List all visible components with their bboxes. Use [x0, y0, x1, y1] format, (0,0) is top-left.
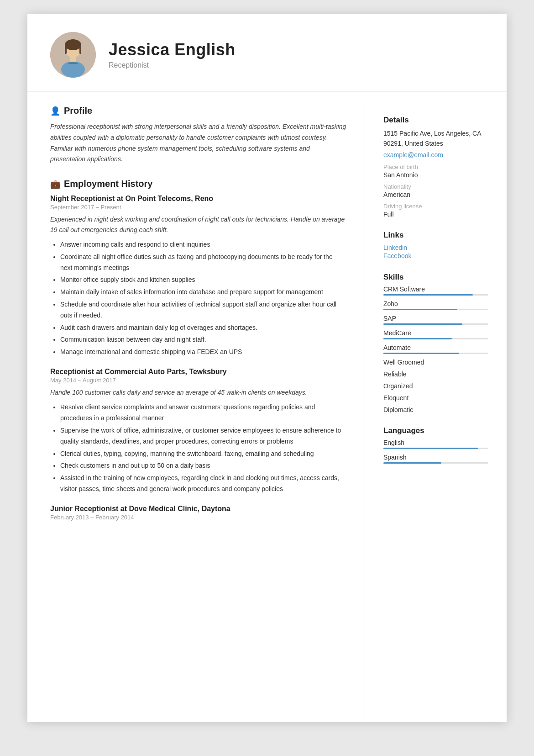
skill-name-crm: CRM Software — [383, 285, 488, 293]
skill-bar-bg — [383, 323, 488, 325]
skill-item-eloquent: Eloquent — [383, 394, 488, 402]
list-item: Communication liaison between day and ni… — [60, 334, 346, 345]
facebook-link-wrapper: Facebook — [383, 252, 488, 260]
driving-license-label: Driving license — [383, 203, 488, 210]
job-desc-2: Handle 100 customer calls daily and serv… — [50, 387, 346, 397]
skill-name-zoho: Zoho — [383, 300, 488, 307]
job-bullets-1: Answer incoming calls and respond to cli… — [50, 239, 346, 358]
lang-bar-bg — [383, 462, 488, 464]
profile-section: 👤 Profile Professional receptionist with… — [50, 106, 346, 165]
links-section: Links Linkedin Facebook — [383, 231, 488, 260]
linkedin-link[interactable]: Linkedin — [383, 244, 407, 251]
skill-bar-bg — [383, 353, 488, 354]
job-desc-1: Experienced in night desk working and co… — [50, 214, 346, 235]
job-entry-1: Night Receptionist at On Point Telecoms,… — [50, 195, 346, 358]
lang-bar-fill — [383, 462, 441, 464]
list-item: Supervise the work of office, administra… — [60, 425, 346, 447]
facebook-link[interactable]: Facebook — [383, 252, 411, 259]
job-dates-1: September 2017 – Present — [50, 204, 346, 211]
lang-bar-bg — [383, 448, 488, 449]
job-dates-3: February 2013 – February 2014 — [50, 514, 346, 521]
skill-item-organized: Organized — [383, 382, 488, 390]
list-item: Clerical duties, typing, copying, mannin… — [60, 449, 346, 460]
lang-item-spanish: Spanish — [383, 454, 488, 464]
linkedin-link-wrapper: Linkedin — [383, 243, 488, 252]
avatar — [50, 32, 96, 78]
skill-bar-bg — [383, 309, 488, 310]
skill-name-automate: Automate — [383, 344, 488, 351]
skill-bar-fill — [383, 294, 473, 296]
list-item: Maintain daily intake of sales informati… — [60, 287, 346, 298]
skill-name-medicare: MediCare — [383, 329, 488, 337]
svg-rect-3 — [65, 45, 67, 54]
skill-item-wellgroomed: Well Groomed — [383, 359, 488, 366]
lang-name-english: English — [383, 439, 488, 446]
details-title: Details — [383, 116, 488, 125]
header-text: Jessica English Receptionist — [109, 40, 236, 69]
skill-item-diplomatic: Diplomatic — [383, 406, 488, 413]
left-column: 👤 Profile Professional receptionist with… — [27, 106, 365, 722]
list-item: Schedule and coordinate after hour activ… — [60, 299, 346, 321]
driving-license-value: Full — [383, 211, 488, 218]
job-title-3: Junior Receptionist at Dove Medical Clin… — [50, 505, 346, 513]
skill-bar-bg — [383, 294, 488, 296]
skill-bar-fill — [383, 323, 462, 325]
list-item: Answer incoming calls and respond to cli… — [60, 239, 346, 250]
full-name: Jessica English — [109, 40, 236, 59]
job-dates-2: May 2014 – August 2017 — [50, 377, 346, 384]
list-item: Manage international and domestic shippi… — [60, 347, 346, 358]
job-title-header: Receptionist — [109, 61, 236, 69]
list-item: Assisted in the training of new employee… — [60, 473, 346, 495]
list-item: Check customers in and out up to 50 on a… — [60, 460, 346, 471]
job-title-1: Night Receptionist at On Point Telecoms,… — [50, 195, 346, 203]
nationality-value: American — [383, 191, 488, 198]
profile-text: Professional receptionist with strong in… — [50, 122, 346, 165]
employment-section: 💼 Employment History Night Receptionist … — [50, 179, 346, 521]
lang-bar-fill — [383, 448, 478, 449]
skill-bar-fill — [383, 309, 457, 310]
list-item: Audit cash drawers and maintain daily lo… — [60, 322, 346, 333]
email-link[interactable]: example@email.com — [383, 151, 443, 159]
resume-document: Jessica English Receptionist 👤 Profile P… — [27, 14, 507, 722]
skill-bar-bg — [383, 338, 488, 339]
main-content: 👤 Profile Professional receptionist with… — [27, 92, 507, 722]
skill-item-zoho: Zoho — [383, 300, 488, 310]
lang-name-spanish: Spanish — [383, 454, 488, 461]
profile-icon: 👤 — [50, 106, 60, 116]
languages-section: Languages English Spanish — [383, 426, 488, 464]
skill-name-organized: Organized — [383, 382, 488, 390]
skill-name-eloquent: Eloquent — [383, 394, 488, 402]
job-title-2: Receptionist at Commercial Auto Parts, T… — [50, 368, 346, 376]
list-item: Monitor office supply stock and kitchen … — [60, 275, 346, 285]
skill-name-diplomatic: Diplomatic — [383, 406, 488, 413]
list-item: Coordinate all night office duties such … — [60, 252, 346, 274]
skill-name-reliable: Reliable — [383, 370, 488, 378]
svg-rect-4 — [79, 45, 81, 54]
job-entry-3: Junior Receptionist at Dove Medical Clin… — [50, 505, 346, 521]
languages-title: Languages — [383, 426, 488, 435]
skill-item-crm: CRM Software — [383, 285, 488, 296]
employment-icon: 💼 — [50, 179, 60, 189]
lang-item-english: English — [383, 439, 488, 449]
skill-item-medicare: MediCare — [383, 329, 488, 339]
skill-bar-fill — [383, 338, 452, 339]
skill-name-sap: SAP — [383, 315, 488, 322]
job-entry-2: Receptionist at Commercial Auto Parts, T… — [50, 368, 346, 495]
job-bullets-2: Resolve client service complaints and an… — [50, 402, 346, 494]
skill-name-wellgroomed: Well Groomed — [383, 359, 488, 366]
list-item: Resolve client service complaints and an… — [60, 402, 346, 424]
details-section: Details 1515 Pacific Ave, Los Angeles, C… — [383, 116, 488, 218]
svg-point-2 — [65, 39, 81, 50]
nationality-label: Nationality — [383, 183, 488, 190]
skill-bar-fill — [383, 353, 459, 354]
resume-header: Jessica English Receptionist — [27, 14, 507, 92]
address: 1515 Pacific Ave, Los Angeles, CA 90291,… — [383, 128, 488, 149]
skill-item-reliable: Reliable — [383, 370, 488, 378]
place-of-birth-label: Place of birth — [383, 164, 488, 170]
skills-section: Skills CRM Software Zoho SAP — [383, 273, 488, 413]
employment-section-title: 💼 Employment History — [50, 179, 346, 189]
profile-section-title: 👤 Profile — [50, 106, 346, 116]
skills-title: Skills — [383, 273, 488, 282]
place-of-birth-value: San Antonio — [383, 171, 488, 179]
skill-item-automate: Automate — [383, 344, 488, 354]
